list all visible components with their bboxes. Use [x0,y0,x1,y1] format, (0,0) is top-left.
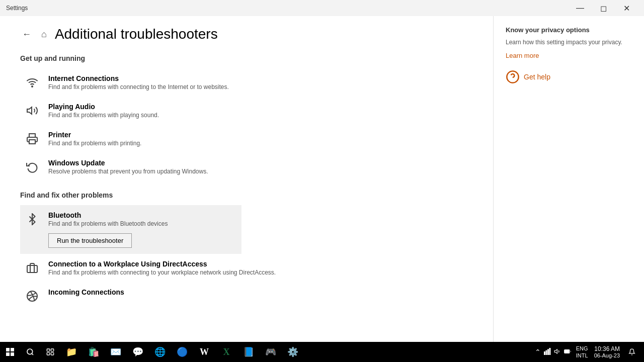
taskbar-app-mail[interactable]: ✉️ [105,342,127,362]
bluetooth-top: Bluetooth Find and fix problems with Blu… [24,211,237,227]
search-button[interactable] [20,342,40,362]
taskbar-app-excel[interactable]: X [215,342,237,362]
taskbar: 📁 🛍️ ✉️ 💬 🌐 🔵 W X 📘 🎮 ⚙️ [0,342,644,362]
svg-rect-7 [6,348,10,351]
main-area: ← ⌂ Additional troubleshooters Get up an… [0,16,644,342]
svg-rect-15 [47,352,49,355]
playing-audio-desc: Find and fix problems with playing sound… [48,112,159,119]
taskbar-app-store[interactable]: 🛍️ [83,342,105,362]
tray-chevron[interactable]: ⌃ [535,348,541,356]
language-indicator[interactable]: ENG INTL [576,345,588,359]
taskbar-app-file-explorer[interactable]: 📁 [60,342,83,362]
taskbar-app-word[interactable]: W [193,342,215,362]
item-windows-update[interactable]: Windows Update Resolve problems that pre… [20,153,473,181]
svg-rect-13 [47,349,49,351]
section-title-get-up-running: Get up and running [20,54,473,62]
wifi-icon [24,74,40,90]
item-printer[interactable]: Printer Find and fix problems with print… [20,125,473,153]
svg-rect-9 [6,352,10,356]
run-troubleshooter-button[interactable]: Run the troubleshooter [48,233,132,248]
audio-icon [24,103,40,119]
task-view-button[interactable] [40,342,60,362]
incoming-connections-text: Incoming Connections [48,288,124,297]
svg-rect-16 [51,352,53,355]
svg-rect-14 [51,349,53,351]
update-icon [24,159,40,175]
svg-rect-3 [27,265,37,273]
lang-region: INTL [576,352,588,359]
start-button[interactable] [0,342,20,362]
bluetooth-text: Bluetooth Find and fix problems with Blu… [48,211,168,227]
section-title-find-fix-other: Find and fix other problems [20,191,473,199]
home-icon[interactable]: ⌂ [41,29,47,40]
back-button[interactable]: ← [20,27,33,42]
restore-button[interactable]: ◻ [592,0,615,16]
svg-marker-21 [554,349,557,353]
page-header: ← ⌂ Additional troubleshooters [20,26,473,42]
section-find-fix-other: Find and fix other problems Bluetooth Fi… [20,191,473,310]
incoming-connections-name: Incoming Connections [48,288,124,296]
system-tray: ⌃ [532,348,574,356]
get-help-row: Get help [506,70,632,84]
windows-update-text: Windows Update Resolve problems that pre… [48,159,208,175]
learn-more-link[interactable]: Learn more [506,52,539,59]
directaccess-text: Connection to a Workplace Using DirectAc… [48,260,276,276]
svg-point-0 [32,86,33,87]
titlebar: Settings — ◻ ✕ [0,0,644,16]
item-incoming-connections[interactable]: Incoming Connections [20,282,473,310]
page-title: Additional troubleshooters [55,26,218,42]
windows-update-desc: Resolve problems that prevent you from u… [48,168,208,175]
svg-rect-10 [11,352,14,356]
lang-text: ENG [576,345,588,352]
notification-button[interactable] [624,342,640,362]
titlebar-controls: — ◻ ✕ [569,0,638,16]
internet-connections-name: Internet Connections [48,74,229,82]
item-internet-connections[interactable]: Internet Connections Find and fix proble… [20,68,473,97]
taskbar-app-chrome[interactable]: 🔵 [171,342,193,362]
sidebar: Know your privacy options Learn how this… [493,16,644,342]
clock-time: 10:36 AM [594,345,620,352]
item-directaccess[interactable]: Connection to a Workplace Using DirectAc… [20,254,473,282]
printer-text: Printer Find and fix problems with print… [48,131,141,147]
directaccess-desc: Find and fix problems with connecting to… [48,269,276,276]
playing-audio-name: Playing Audio [48,103,159,111]
printer-icon [24,131,40,147]
svg-marker-1 [27,107,32,114]
close-button[interactable]: ✕ [615,0,638,16]
svg-point-11 [27,349,33,354]
tray-battery[interactable] [564,348,571,356]
svg-line-12 [32,353,33,355]
svg-rect-20 [549,348,550,355]
tray-network[interactable] [544,348,551,356]
svg-rect-8 [11,348,14,351]
tray-volume[interactable] [554,348,561,356]
clock-date: 06-Aug-23 [594,352,620,358]
get-help-link[interactable]: Get help [524,73,550,81]
svg-rect-24 [565,350,569,352]
titlebar-left: Settings [6,5,28,12]
svg-rect-17 [544,351,545,355]
minimize-button[interactable]: — [569,0,592,16]
privacy-title: Know your privacy options [506,26,632,34]
bluetooth-name: Bluetooth [48,211,168,219]
clock[interactable]: 10:36 AM 06-Aug-23 [592,345,622,358]
taskbar-app-unknown1[interactable]: 📘 [237,342,260,362]
item-bluetooth-expanded[interactable]: Bluetooth Find and fix problems with Blu… [20,205,242,254]
svg-rect-2 [29,140,35,144]
taskbar-app-unknown2[interactable]: 🎮 [260,342,282,362]
taskbar-right: ⌃ [532,342,644,362]
privacy-desc: Learn how this setting impacts your priv… [506,38,632,47]
bluetooth-desc: Find and fix problems with Bluetooth dev… [48,220,168,227]
taskbar-app-edge[interactable]: 🌐 [149,342,171,362]
item-playing-audio[interactable]: Playing Audio Find and fix problems with… [20,97,473,125]
svg-rect-19 [547,349,549,355]
directaccess-name: Connection to a Workplace Using DirectAc… [48,260,276,268]
taskbar-left: 📁 🛍️ ✉️ 💬 🌐 🔵 W X 📘 🎮 ⚙️ [0,342,304,362]
taskbar-app-settings[interactable]: ⚙️ [282,342,304,362]
titlebar-title: Settings [6,5,28,12]
taskbar-app-whatsapp[interactable]: 💬 [127,342,149,362]
get-help-icon [506,70,520,84]
internet-connections-desc: Find and fix problems with connecting to… [48,83,229,90]
bluetooth-icon [24,211,40,227]
section-get-up-running: Get up and running Internet Connections … [20,54,473,181]
